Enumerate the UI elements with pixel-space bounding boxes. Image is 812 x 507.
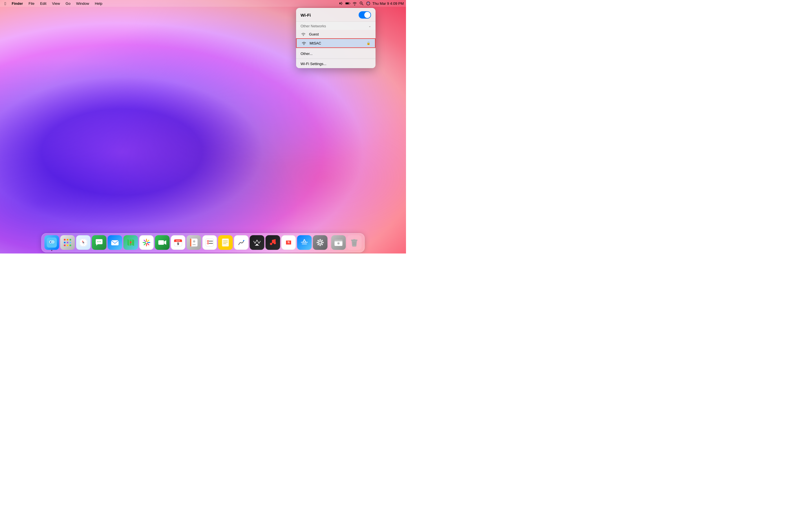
svg-point-7 <box>303 35 304 36</box>
svg-point-65 <box>319 239 321 240</box>
menubar-right: Thu Mar 9 4:09 PM <box>339 1 404 6</box>
svg-point-46 <box>193 240 195 242</box>
guest-network-item[interactable]: Guest <box>296 30 375 38</box>
svg-rect-57 <box>256 244 258 245</box>
svg-point-31 <box>83 242 84 243</box>
other-networks-header[interactable]: Other Networks ⌄ <box>296 22 375 30</box>
svg-point-76 <box>338 242 340 244</box>
svg-point-32 <box>97 241 98 242</box>
svg-point-60 <box>274 242 276 244</box>
wifi-settings-label: Wi-Fi Settings... <box>301 62 326 66</box>
dock-item-maps[interactable] <box>123 235 138 250</box>
mtsac-network-item[interactable]: MtSAC 🔒 <box>296 38 375 48</box>
svg-point-59 <box>270 243 272 245</box>
dock-item-trash[interactable] <box>347 235 362 250</box>
svg-line-5 <box>362 4 363 5</box>
wifi-status-icon[interactable] <box>352 1 357 6</box>
svg-point-6 <box>366 2 370 5</box>
window-menu[interactable]: Window <box>74 1 91 6</box>
svg-point-66 <box>319 245 321 246</box>
dock-item-photos[interactable] <box>139 235 154 250</box>
svg-rect-35 <box>111 240 119 245</box>
guest-network-name: Guest <box>309 32 371 36</box>
svg-point-12 <box>50 241 52 243</box>
menubar:  Finder File Edit View Go Window Help <box>0 0 406 7</box>
search-icon[interactable] <box>359 1 364 6</box>
dock-item-reminders[interactable] <box>202 235 217 250</box>
wifi-toggle[interactable] <box>359 11 371 18</box>
wifi-title: Wi-Fi <box>301 13 311 17</box>
mtsac-network-name: MtSAC <box>310 41 366 45</box>
dock-item-finder[interactable] <box>45 235 59 250</box>
dock-item-mail[interactable] <box>108 235 122 250</box>
svg-point-67 <box>317 242 318 243</box>
svg-point-33 <box>99 241 100 242</box>
svg-rect-3 <box>346 3 349 4</box>
edit-menu[interactable]: Edit <box>38 1 49 6</box>
wifi-header: Wi-Fi <box>296 8 375 22</box>
other-network-action[interactable]: Other... <box>296 49 375 58</box>
menubar-time: Thu Mar 9 4:09 PM <box>372 1 404 6</box>
svg-rect-37 <box>158 240 164 245</box>
svg-point-15 <box>52 241 53 242</box>
dock-item-facetime[interactable] <box>155 235 170 250</box>
apple-menu[interactable]:  <box>2 1 8 6</box>
dock-item-notes[interactable] <box>218 235 233 250</box>
svg-rect-58 <box>255 245 259 245</box>
svg-point-13 <box>52 241 54 243</box>
section-label: Other Networks <box>301 24 326 28</box>
divider-2 <box>296 59 375 59</box>
svg-text:9: 9 <box>177 242 179 246</box>
svg-point-19 <box>64 242 66 243</box>
svg-point-8 <box>304 44 305 45</box>
svg-text:MAR: MAR <box>176 240 180 242</box>
dock-item-calendar[interactable]: MAR 9 <box>171 235 186 250</box>
audio-icon[interactable] <box>339 1 344 6</box>
dock-item-news[interactable]: N <box>282 235 296 250</box>
dock-item-preferences[interactable] <box>313 235 327 250</box>
dock-divider <box>329 238 329 250</box>
dock-item-messages[interactable] <box>92 235 107 250</box>
svg-point-64 <box>319 241 321 244</box>
dock-item-contacts[interactable] <box>187 235 201 250</box>
svg-point-56 <box>243 240 245 241</box>
svg-rect-78 <box>353 239 356 240</box>
wifi-settings-action[interactable]: Wi-Fi Settings... <box>296 59 375 68</box>
dock-item-freeform[interactable] <box>234 235 249 250</box>
file-menu[interactable]: File <box>26 1 37 6</box>
dock-item-appletv[interactable] <box>250 235 264 250</box>
svg-rect-0 <box>340 3 341 4</box>
svg-point-72 <box>317 244 319 245</box>
divider <box>296 48 375 49</box>
battery-icon[interactable] <box>345 1 350 6</box>
svg-rect-52 <box>222 238 229 246</box>
svg-point-18 <box>70 239 71 240</box>
svg-rect-45 <box>190 238 192 246</box>
view-menu[interactable]: View <box>50 1 62 6</box>
svg-point-70 <box>321 244 323 245</box>
finder-menu[interactable]: Finder <box>9 1 25 6</box>
svg-text:N: N <box>288 241 290 244</box>
menubar-left:  Finder File Edit View Go Window Help <box>2 1 339 6</box>
svg-point-22 <box>64 244 66 246</box>
svg-point-17 <box>67 239 68 240</box>
dock-item-photos-library[interactable] <box>331 235 346 250</box>
dock: MAR 9 <box>42 233 365 252</box>
svg-point-21 <box>70 242 71 243</box>
svg-point-14 <box>50 241 51 242</box>
svg-point-71 <box>321 240 323 241</box>
dock-item-launchpad[interactable] <box>60 235 75 250</box>
dock-item-safari[interactable] <box>76 235 91 250</box>
siri-icon[interactable] <box>366 1 371 6</box>
svg-point-36 <box>130 241 132 243</box>
chevron-down-icon: ⌄ <box>368 24 371 28</box>
svg-point-16 <box>64 239 66 240</box>
wifi-signal-icon <box>301 41 307 45</box>
dock-item-music[interactable] <box>266 235 280 250</box>
svg-rect-47 <box>206 238 214 246</box>
svg-point-24 <box>70 244 71 246</box>
go-menu[interactable]: Go <box>63 1 73 6</box>
help-menu[interactable]: Help <box>93 1 105 6</box>
lock-icon: 🔒 <box>366 41 370 45</box>
dock-item-appstore[interactable] <box>297 235 312 250</box>
